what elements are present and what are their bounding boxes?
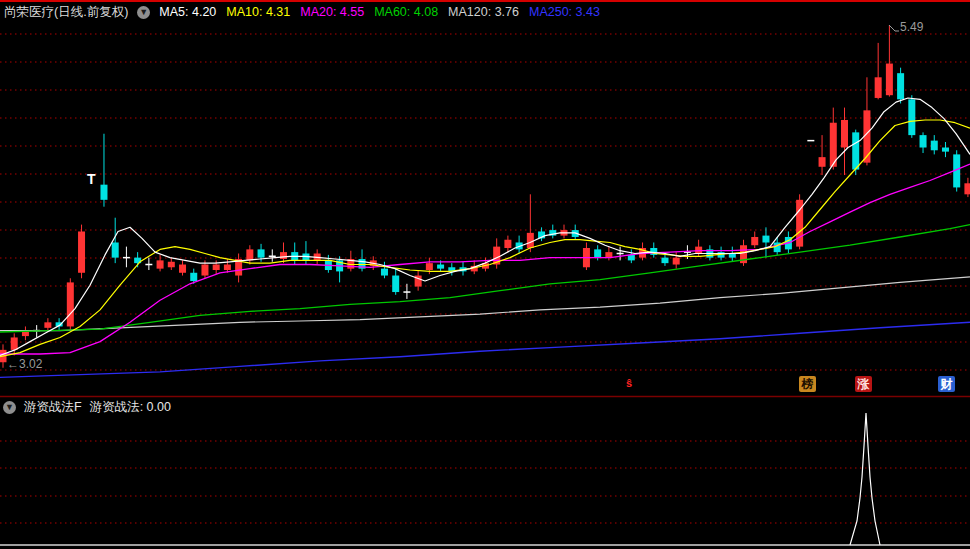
candle-body xyxy=(628,255,635,261)
candle-body xyxy=(392,276,399,293)
indicator-value: 游资战法: 0.00 xyxy=(90,399,171,416)
ma-label-ma120: MA120: 3.76 xyxy=(448,5,519,19)
ma-label-ma20: MA20: 4.55 xyxy=(300,5,364,19)
window-top-border xyxy=(0,0,970,2)
candle-body xyxy=(819,157,826,167)
candle-body xyxy=(78,231,85,272)
candle-body xyxy=(594,249,601,257)
low-price-label: ←3.02 xyxy=(7,357,42,371)
candle-body xyxy=(100,185,107,200)
ma-line-ma10 xyxy=(0,120,970,357)
stock-title: 尚荣医疗(日线.前复权) xyxy=(4,4,128,21)
candle-body xyxy=(964,183,970,194)
candle-body xyxy=(886,64,893,96)
chevron-down-icon[interactable]: ▼ xyxy=(137,6,150,19)
candle-body xyxy=(931,141,938,151)
candle-body xyxy=(729,254,736,258)
ma-label-ma250: MA250: 3.43 xyxy=(529,5,600,19)
indicator-name: 游资战法F xyxy=(24,399,82,416)
candle-body xyxy=(762,236,769,243)
candle-body xyxy=(504,240,511,248)
kline-chart-canvas[interactable] xyxy=(0,0,970,549)
candle-body xyxy=(179,265,186,273)
candle-body xyxy=(841,120,848,148)
ma-line-ma60 xyxy=(0,225,970,332)
badge-财[interactable]: 财 xyxy=(938,376,955,392)
candle-body xyxy=(875,77,882,98)
candle-body xyxy=(426,263,433,270)
candle-body xyxy=(157,260,164,268)
candle-body xyxy=(11,337,18,349)
high-label-leader xyxy=(889,25,899,31)
ma-label-ma5: MA5: 4.20 xyxy=(159,5,216,19)
trading-app-window: 尚荣医疗(日线.前复权) ▼ MA5: 4.20MA10: 4.31MA20: … xyxy=(0,0,970,549)
main-chart-header: 尚荣医疗(日线.前复权) ▼ MA5: 4.20MA10: 4.31MA20: … xyxy=(0,3,970,21)
indicator-panel-header: ▼ 游资战法F 游资战法: 0.00 xyxy=(0,399,970,415)
candle-body xyxy=(280,252,287,259)
candle-body xyxy=(381,269,388,276)
candle-body xyxy=(168,262,175,268)
ma-label-ma60: MA60: 4.08 xyxy=(374,5,438,19)
ma-line-ma5 xyxy=(0,98,970,355)
candle-body xyxy=(673,258,680,265)
badge-涨[interactable]: 涨 xyxy=(855,376,872,392)
candle-body xyxy=(437,265,444,269)
high-price-label: 5.49 xyxy=(900,20,923,34)
ma-label-ma10: MA10: 4.31 xyxy=(226,5,290,19)
candle-body xyxy=(897,73,904,99)
candle-body xyxy=(213,265,220,271)
chevron-down-icon[interactable]: ▼ xyxy=(3,401,16,414)
candle-body xyxy=(190,273,197,281)
s-signal-marker: ŝ xyxy=(626,377,632,389)
candle-body xyxy=(920,135,927,147)
candle-body xyxy=(246,249,253,260)
candle-body xyxy=(852,132,859,169)
ma-line-ma250 xyxy=(0,322,970,377)
candle-body xyxy=(908,99,915,135)
candle-body xyxy=(661,258,668,264)
ma-value-labels: MA5: 4.20MA10: 4.31MA20: 4.55MA60: 4.08M… xyxy=(159,5,600,19)
candle-body xyxy=(527,233,534,248)
candle-body xyxy=(201,265,208,276)
badge-榜[interactable]: 榜 xyxy=(799,376,816,392)
candle-body xyxy=(67,282,74,326)
candle-body xyxy=(112,242,119,257)
candle-body xyxy=(751,237,758,245)
candle-body xyxy=(258,249,265,257)
candle-body xyxy=(44,322,51,328)
t-signal-marker: T xyxy=(87,171,96,187)
indicator-spike xyxy=(850,413,880,545)
candle-body xyxy=(942,148,949,152)
candle-body xyxy=(224,265,231,271)
